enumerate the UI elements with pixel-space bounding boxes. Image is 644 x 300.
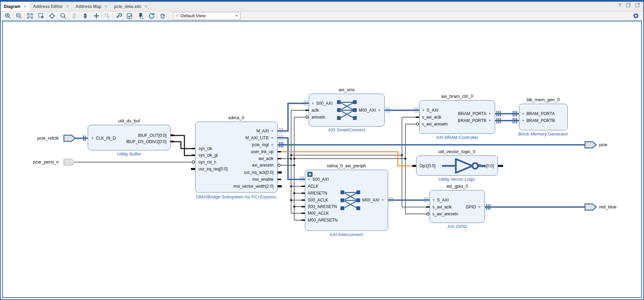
expand-port-icon[interactable]: + (271, 135, 273, 140)
port-ibuf-ds-odiv2[interactable]: IBUF_DS_ODIV2[0:0] (126, 139, 166, 144)
port-m00-aresetn[interactable]: M00_ARESETN (308, 217, 338, 223)
port-msi-enable[interactable]: msi_enable (252, 177, 273, 182)
expand-port-icon[interactable]: + (381, 197, 384, 203)
zoom-area-icon[interactable] (36, 12, 47, 20)
expand-port-icon[interactable]: + (91, 135, 94, 141)
port-gpio[interactable]: GPIO+ (465, 204, 481, 210)
autofit-icon[interactable] (47, 12, 58, 20)
zoom-fit-icon[interactable] (25, 12, 36, 20)
block-subtitle: Utility Buffer (117, 151, 141, 157)
port-aclk[interactable]: ACLK (308, 184, 318, 189)
port-label: sys_rst_n (199, 160, 216, 165)
expand-port-icon[interactable]: + (488, 118, 491, 123)
tab-pcie-dma-xdc-label: pcie_dma.xdc (114, 4, 141, 9)
zoom-in-icon[interactable] (2, 12, 13, 20)
port-label: axi_aresetn (252, 163, 273, 168)
port-s00-axi[interactable]: +S00_AXI (311, 101, 333, 106)
block-title: xdma_0 (228, 115, 244, 120)
zoom-out-icon[interactable] (13, 12, 25, 20)
expand-port-icon[interactable]: + (311, 101, 314, 106)
external-label-red-blue: red_blue (599, 204, 617, 210)
port-clk-in-d[interactable]: +CLK_IN_D (91, 135, 116, 141)
port-pcie-mgt[interactable]: pcie_mgt+ (252, 142, 273, 148)
port-sys-clk-gt[interactable]: sys_clk_gt (199, 152, 218, 158)
block-blk-mem-gen-0[interactable] (519, 104, 568, 130)
port-sys-rst-n[interactable]: sys_rst_n (199, 159, 216, 165)
port-usr-irq-ack[interactable]: usr_irq_ack[0:0] (244, 170, 273, 175)
port-label: ARESETN (308, 191, 327, 196)
port-aresetn[interactable]: ARESETN (308, 190, 327, 196)
port-m00-aclk[interactable]: M00_ACLK (308, 210, 329, 216)
port-m-axi[interactable]: M_AXI+ (256, 128, 273, 134)
expand-port-icon[interactable]: + (488, 111, 491, 116)
port-label: M00_AXI (359, 108, 376, 113)
port-bram-porta[interactable]: +BRAM_PORTA (522, 111, 555, 116)
port-s00-axi[interactable]: +S00_AXI (308, 177, 329, 182)
expand-block-icon[interactable] (307, 172, 313, 177)
port-axi-aresetn[interactable]: axi_aresetn (252, 162, 273, 168)
port-s-axi[interactable]: +S_AXI (422, 107, 439, 113)
expand-port-icon[interactable]: + (378, 107, 381, 113)
tab-pcie-dma-xdc-close-icon[interactable]: × (145, 4, 148, 9)
diagram-toolbar: ≡ Default View ▼ (1, 11, 643, 20)
port-m00-axi[interactable]: M00_AXI+ (362, 197, 384, 203)
port-bram-portb[interactable]: +BRAM_PORTB (522, 118, 555, 123)
expand-port-icon[interactable]: + (522, 111, 525, 116)
expand-hierarchy-icon[interactable] (80, 12, 91, 20)
port-aclk[interactable]: aclk (311, 107, 319, 113)
expand-port-icon[interactable]: + (271, 128, 273, 133)
port-ibuf-out[interactable]: IBUF_OUT[0:0] (138, 133, 166, 138)
port-m-axi-lite[interactable]: M_AXI_LITE+ (245, 135, 273, 141)
port-usr-irq-req[interactable]: usr_irq_req[0:0] (199, 166, 228, 172)
expand-port-icon[interactable]: + (522, 118, 525, 123)
tab-address-editor[interactable]: Address Editor × (30, 2, 73, 11)
expand-port-icon[interactable]: + (308, 177, 310, 182)
port-s-axi-aclk[interactable]: s_axi_aclk (432, 204, 452, 210)
customize-wrench-icon[interactable] (113, 12, 124, 20)
port-user-lnk-up[interactable]: user_lnk_up (251, 149, 273, 154)
port-s-axi[interactable]: +S_AXI (432, 197, 449, 203)
tab-address-map[interactable]: Address Map × (72, 2, 111, 11)
tab-address-map-label: Address Map (75, 4, 101, 9)
port-s00-aclk[interactable]: S00_ACLK (308, 197, 328, 203)
expand-port-icon[interactable]: + (271, 142, 273, 147)
diagram-canvas[interactable] (2, 21, 642, 298)
port-s-axi-aresetn[interactable]: s_axi_aresetn (432, 211, 458, 217)
expand-port-icon[interactable]: + (422, 107, 425, 113)
not-gate-icon (442, 156, 490, 177)
port-s-axi-aclk[interactable]: s_axi_aclk (422, 114, 441, 120)
regenerate-layout-icon[interactable] (146, 12, 157, 20)
settings-gear-icon[interactable] (631, 11, 640, 20)
tab-address-editor-close-icon[interactable]: × (66, 4, 69, 9)
port-s-axi-aresetn[interactable]: s_axi_aresetn (422, 121, 448, 127)
external-label-pcie-perst-n: pcie_perst_n (33, 159, 59, 165)
port-sys-clk[interactable]: sys_clk (199, 146, 212, 151)
tab-pcie-dma-xdc[interactable]: pcie_dma.xdc × (111, 2, 151, 11)
port-bram-portb[interactable]: BRAM_PORTB+ (458, 118, 491, 123)
add-ip-icon[interactable] (91, 12, 102, 20)
tab-diagram-close-icon[interactable]: × (24, 4, 27, 9)
help-icon[interactable]: ? (618, 2, 621, 8)
port-label: BRAM_PORTB (458, 118, 486, 123)
port-aresetn[interactable]: aresetn (311, 114, 325, 120)
port-bram-porta[interactable]: BRAM_PORTA+ (458, 111, 491, 116)
port-op1[interactable]: Op1[0:0] (420, 163, 435, 169)
port-m00-axi[interactable]: M00_AXI+ (359, 107, 381, 113)
search-icon[interactable] (58, 12, 69, 20)
port-label: M00_ARESETN (308, 218, 338, 223)
validate-design-icon[interactable] (124, 12, 135, 20)
external-label-pcie-refclk: pcie_refclk (37, 135, 59, 141)
port-s00-aresetn[interactable]: S00_ARESETN (308, 204, 337, 209)
view-selector-value: Default View (181, 13, 206, 18)
expand-port-icon[interactable]: + (478, 204, 481, 209)
port-axi-aclk[interactable]: axi_aclk (259, 156, 273, 161)
view-selector-dropdown[interactable]: ≡ Default View ▼ (173, 12, 241, 20)
tab-address-map-close-icon[interactable]: × (105, 4, 108, 9)
pin-icon[interactable] (135, 12, 146, 20)
expand-port-icon[interactable]: + (432, 197, 435, 203)
port-msi-vector-width[interactable]: msi_vector_width[2:0] (233, 184, 273, 189)
maximize-icon[interactable] (635, 3, 640, 7)
tab-diagram[interactable]: Diagram × (1, 2, 30, 11)
float-window-icon[interactable] (626, 3, 631, 7)
reroute-icon[interactable] (157, 12, 168, 20)
